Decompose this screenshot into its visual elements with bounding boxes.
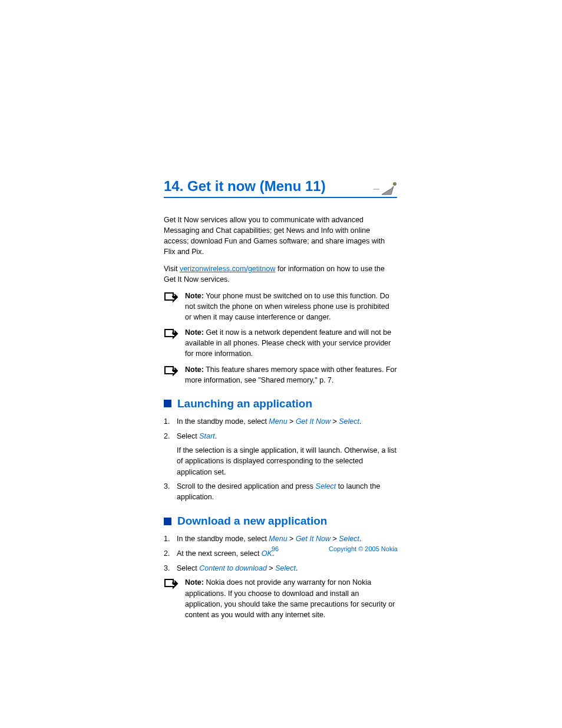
step-1-2: Select Start. If the selection is a sing… [164, 431, 397, 477]
note-3-text: Note: This feature shares memory space w… [185, 364, 397, 386]
note-1: Note: Your phone must be switched on to … [164, 291, 397, 322]
text: Select [177, 564, 199, 572]
text: Scroll to the desired application and pr… [177, 482, 316, 490]
sep: > [287, 417, 296, 426]
ui-content-download: Content to download [199, 564, 267, 572]
section-2-heading: Download a new application [164, 515, 397, 528]
note-4-text: Note: Nokia does not provide any warrant… [185, 577, 397, 620]
sep: > [267, 564, 275, 572]
step-1-3: Scroll to the desired application and pr… [164, 481, 397, 503]
sep: > [330, 417, 339, 426]
visit-link[interactable]: verizonwireless.com/getitnow [180, 265, 276, 273]
svg-point-1 [393, 182, 396, 186]
note-label: Note: [185, 292, 204, 300]
section-2-steps: In the standby mode, select Menu > Get I… [164, 533, 397, 574]
note-4: Note: Nokia does not provide any warrant… [164, 577, 397, 620]
text: Select [177, 432, 199, 440]
ui-menu: Menu [269, 535, 287, 543]
section-1-steps: In the standby mode, select Menu > Get I… [164, 416, 397, 503]
chapter-header: 14. Get it now (Menu 11) [164, 177, 397, 198]
section-bullet-icon [164, 400, 171, 407]
ui-start: Start [199, 432, 214, 440]
note-1-body: Your phone must be switched on to use th… [185, 292, 389, 321]
chapter-icon [373, 180, 397, 198]
chapter-title: 14. Get it now (Menu 11) [164, 178, 326, 195]
ui-menu: Menu [269, 417, 287, 426]
sep: > [287, 535, 296, 543]
step-2-1: In the standby mode, select Menu > Get I… [164, 533, 397, 545]
sep: > [330, 535, 339, 543]
note-label: Note: [185, 365, 204, 374]
note-icon [164, 328, 178, 342]
ui-select: Select [339, 535, 359, 543]
intro-paragraph-2: Visit verizonwireless.com/getitnow for i… [164, 263, 397, 285]
note-1-text: Note: Your phone must be switched on to … [185, 291, 397, 322]
note-3-body: This feature shares memory space with ot… [185, 365, 397, 384]
section-bullet-icon [164, 518, 171, 525]
note-2-body: Get it now is a network dependent featur… [185, 328, 391, 358]
visit-prefix: Visit [164, 265, 180, 273]
text: In the standby mode, select [177, 417, 269, 426]
step-2-3: Select Content to download > Select. [164, 563, 397, 574]
note-2-text: Note: Get it now is a network dependent … [185, 327, 397, 359]
ui-select: Select [275, 564, 296, 572]
note-3: Note: This feature shares memory space w… [164, 364, 397, 386]
ui-getitnow: Get It Now [296, 417, 330, 426]
page-footer: 96 Copyright © 2005 Nokia [0, 545, 562, 552]
period: . [296, 564, 297, 572]
note-icon [164, 578, 178, 592]
note-2: Note: Get it now is a network dependent … [164, 327, 397, 359]
note-icon [164, 292, 178, 306]
note-icon [164, 365, 178, 380]
section-1-heading: Launching an application [164, 397, 397, 410]
text: In the standby mode, select [177, 535, 269, 543]
page-number: 96 [272, 545, 279, 552]
section-2-title: Download a new application [177, 515, 327, 528]
document-page: 14. Get it now (Menu 11) Get It Now serv… [0, 0, 562, 620]
period: . [359, 535, 361, 543]
note-label: Note: [185, 328, 204, 337]
ui-select: Select [316, 482, 336, 490]
copyright: Copyright © 2005 Nokia [329, 545, 398, 552]
note-label: Note: [185, 578, 204, 587]
period: . [215, 432, 217, 440]
note-4-body: Nokia does not provide any warranty for … [185, 578, 395, 618]
section-1-title: Launching an application [177, 397, 312, 410]
period: . [359, 417, 361, 426]
step-1-1: In the standby mode, select Menu > Get I… [164, 416, 397, 427]
intro-paragraph-1: Get It Now services allow you to communi… [164, 215, 397, 258]
step-1-2-sub: If the selection is a single application… [177, 445, 397, 477]
ui-getitnow: Get It Now [296, 535, 330, 543]
ui-select: Select [339, 417, 359, 426]
